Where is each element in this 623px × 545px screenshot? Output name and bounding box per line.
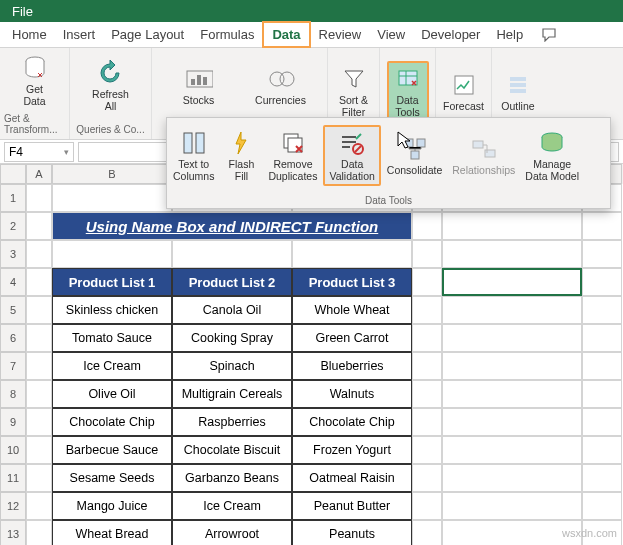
cell[interactable] [582,436,622,464]
cell[interactable] [292,240,412,268]
stocks-button[interactable]: Stocks [159,63,239,109]
table-cell[interactable]: Chocolate Chip [292,408,412,436]
table-cell[interactable]: Raspberries [172,408,292,436]
table-cell[interactable]: Barbecue Sauce [52,436,172,464]
cell-A8[interactable] [26,380,52,408]
cell[interactable] [582,296,622,324]
flash-fill-button[interactable]: Flash Fill [220,127,262,184]
cell[interactable] [412,324,442,352]
tab-help[interactable]: Help [488,23,531,46]
cell[interactable] [442,324,582,352]
cell-A2[interactable] [26,212,52,240]
row-header-8[interactable]: 8 [0,380,26,408]
relationships-button[interactable]: Relationships [448,133,519,179]
cell-A11[interactable] [26,464,52,492]
manage-data-model-button[interactable]: Manage Data Model [521,127,583,184]
cell[interactable] [442,380,582,408]
row-header-11[interactable]: 11 [0,464,26,492]
tab-review[interactable]: Review [311,23,370,46]
cell[interactable] [412,352,442,380]
table-header[interactable]: Product List 3 [292,268,412,296]
cell[interactable] [412,268,442,296]
cell[interactable] [582,212,622,240]
table-cell[interactable]: Arrowroot [172,520,292,545]
col-B[interactable]: B [52,164,172,184]
tab-page-layout[interactable]: Page Layout [103,23,192,46]
table-cell[interactable]: Mango Juice [52,492,172,520]
refresh-all-button[interactable]: Refresh All [88,57,133,114]
cell[interactable] [582,240,622,268]
cell[interactable] [412,464,442,492]
text-to-columns-button[interactable]: Text to Columns [169,127,218,184]
cell[interactable] [52,240,172,268]
table-cell[interactable]: Wheat Bread [52,520,172,545]
table-cell[interactable]: Ice Cream [52,352,172,380]
table-cell[interactable]: Cooking Spray [172,324,292,352]
cell[interactable] [442,492,582,520]
table-cell[interactable]: Chocolate Chip [52,408,172,436]
table-cell[interactable]: Peanuts [292,520,412,545]
table-cell[interactable]: Green Carrot [292,324,412,352]
table-cell[interactable]: Whole Wheat [292,296,412,324]
cell-A13[interactable] [26,520,52,545]
table-cell[interactable]: Canola Oil [172,296,292,324]
row-header-4[interactable]: 4 [0,268,26,296]
table-cell[interactable]: Spinach [172,352,292,380]
cell[interactable] [582,268,622,296]
row-header-13[interactable]: 13 [0,520,26,545]
select-all-corner[interactable] [0,164,26,184]
row-header-1[interactable]: 1 [0,184,26,212]
table-cell[interactable]: Walnuts [292,380,412,408]
cell-A9[interactable] [26,408,52,436]
table-cell[interactable]: Blueberries [292,352,412,380]
chevron-down-icon[interactable]: ▾ [64,147,69,157]
consolidate-button[interactable]: Consolidate [383,133,446,179]
data-validation-button[interactable]: Data Validation [323,125,380,186]
table-cell[interactable]: Garbanzo Beans [172,464,292,492]
cell[interactable] [52,184,172,212]
cell[interactable] [442,212,582,240]
tab-home[interactable]: Home [4,23,55,46]
table-cell[interactable]: Peanut Butter [292,492,412,520]
table-cell[interactable]: Tomato Sauce [52,324,172,352]
cell-A1[interactable] [26,184,52,212]
tell-me-icon[interactable] [535,24,563,46]
cell-A7[interactable] [26,352,52,380]
cell-A4[interactable] [26,268,52,296]
remove-duplicates-button[interactable]: Remove Duplicates [264,127,321,184]
cell[interactable] [412,380,442,408]
row-header-6[interactable]: 6 [0,324,26,352]
tab-data[interactable]: Data [262,21,310,48]
cell[interactable] [442,436,582,464]
cell-A10[interactable] [26,436,52,464]
row-header-5[interactable]: 5 [0,296,26,324]
table-header[interactable]: Product List 1 [52,268,172,296]
cell[interactable] [442,240,582,268]
cell[interactable] [412,492,442,520]
cell[interactable] [582,352,622,380]
cell[interactable] [442,296,582,324]
table-header[interactable]: Product List 2 [172,268,292,296]
currencies-button[interactable]: Currencies [241,63,321,109]
cell[interactable] [172,240,292,268]
table-cell[interactable]: Frozen Yogurt [292,436,412,464]
cell[interactable] [582,324,622,352]
col-A[interactable]: A [26,164,52,184]
row-header-2[interactable]: 2 [0,212,26,240]
cell[interactable] [412,408,442,436]
table-cell[interactable]: Skinless chicken [52,296,172,324]
cell[interactable] [412,296,442,324]
cell[interactable] [412,436,442,464]
cell-A3[interactable] [26,240,52,268]
table-cell[interactable]: Oatmeal Raisin [292,464,412,492]
table-cell[interactable]: Sesame Seeds [52,464,172,492]
table-cell[interactable]: Chocolate Biscuit [172,436,292,464]
table-cell[interactable]: Olive Oil [52,380,172,408]
cell[interactable] [412,240,442,268]
cell[interactable] [412,212,442,240]
row-header-12[interactable]: 12 [0,492,26,520]
cell[interactable] [412,520,442,545]
tab-developer[interactable]: Developer [413,23,488,46]
row-header-9[interactable]: 9 [0,408,26,436]
cell[interactable] [442,408,582,436]
